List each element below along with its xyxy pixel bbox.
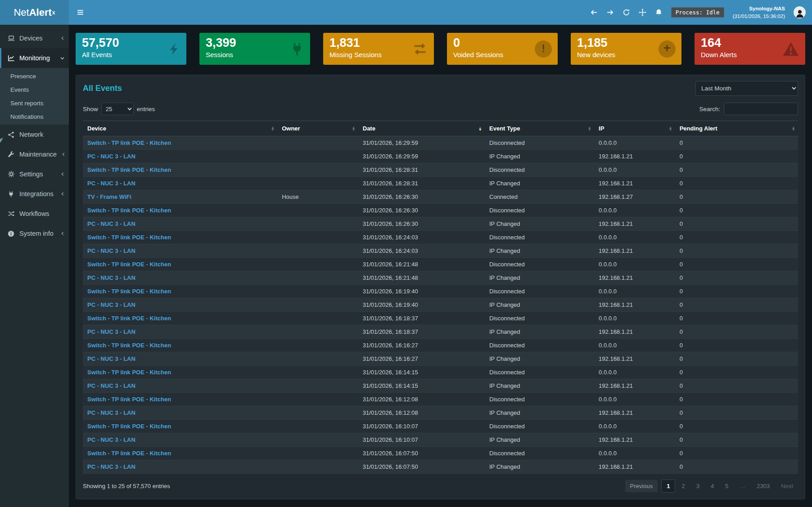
device-link[interactable]: Switch - TP link POE - Kitchen <box>87 315 171 322</box>
cell-owner <box>277 163 358 177</box>
device-link[interactable]: PC - NUC 3 - LAN <box>87 153 135 160</box>
brand-sup: x <box>52 9 55 16</box>
cell-date: 31/01/2026, 16:19:40 <box>358 285 485 298</box>
device-link[interactable]: Switch - TP link POE - Kitchen <box>87 423 171 430</box>
cell-device: Switch - TP link POE - Kitchen <box>83 285 277 298</box>
device-link[interactable]: Switch - TP link POE - Kitchen <box>87 450 171 457</box>
cell-device: PC - NUC 3 - LAN <box>83 177 277 190</box>
cell-date: 31/01/2026, 16:29:59 <box>358 136 485 150</box>
pagination-page-4[interactable]: 4 <box>706 480 719 492</box>
column-header-event-type[interactable]: Event Type▴▾ <box>485 121 594 136</box>
cell-owner <box>277 447 358 460</box>
avatar[interactable] <box>794 6 806 18</box>
sidebar-item-integrations[interactable]: Integrations <box>0 184 69 204</box>
sidebar-item-label: Integrations <box>19 190 56 197</box>
sidebar-item-devices[interactable]: Devices <box>0 28 69 48</box>
column-header-owner[interactable]: Owner▴▾ <box>277 121 358 136</box>
column-header-date[interactable]: Date▴▾ <box>358 121 485 136</box>
card-missing-sessions[interactable]: 1,831 Missing Sessions <box>323 33 434 65</box>
cell-device: Switch - TP link POE - Kitchen <box>83 366 277 379</box>
pagination-page-1[interactable]: 1 <box>661 480 675 493</box>
card-label: Sessions <box>206 51 304 58</box>
device-link[interactable]: PC - NUC 3 - LAN <box>87 247 135 254</box>
table-row: Switch - TP link POE - Kitchen31/01/2026… <box>83 312 798 325</box>
cell-pending-alert: 0 <box>675 298 798 312</box>
device-link[interactable]: PC - NUC 3 - LAN <box>87 274 135 281</box>
device-link[interactable]: Switch - TP link POE - Kitchen <box>87 369 171 376</box>
app-logo[interactable]: NetAlertx <box>0 0 69 25</box>
cell-event-type: Disconnected <box>485 285 594 298</box>
cell-event-type: Disconnected <box>485 339 594 352</box>
navbar: Process: Idle Synology-NAS (31/01/2026, … <box>69 0 812 25</box>
device-link[interactable]: PC - NUC 3 - LAN <box>87 382 135 389</box>
back-arrow-icon[interactable] <box>590 9 598 16</box>
column-header-ip[interactable]: IP▴▾ <box>594 121 675 136</box>
top-header: NetAlertx Process: Idle <box>0 0 812 25</box>
page-length-select[interactable]: 25 <box>101 103 134 115</box>
card-down-alerts[interactable]: 164 Down Alerts <box>695 33 805 65</box>
device-link[interactable]: PC - NUC 3 - LAN <box>87 463 135 470</box>
cell-date: 31/01/2026, 16:28:31 <box>358 177 485 190</box>
pagination-page-3[interactable]: 3 <box>691 480 704 492</box>
column-header-pending-alert[interactable]: Pending Alert▴▾ <box>675 121 798 136</box>
device-link[interactable]: Switch - TP link POE - Kitchen <box>87 166 171 173</box>
sidebar-subitem-presence[interactable]: Presence <box>0 69 69 83</box>
device-link[interactable]: Switch - TP link POE - Kitchen <box>87 234 171 241</box>
refresh-icon[interactable] <box>623 9 630 16</box>
device-link[interactable]: Switch - TP link POE - Kitchen <box>87 207 171 214</box>
pagination-previous[interactable]: Previous <box>625 480 658 492</box>
table-header-row: Device▴▾ Owner▴▾ Date▴▾ Event Type▴▾ IP▴… <box>83 121 798 136</box>
sidebar-subitem-events[interactable]: Events <box>0 83 69 96</box>
sidebar-item-settings[interactable]: Settings <box>0 164 69 184</box>
device-link[interactable]: Switch - TP link POE - Kitchen <box>87 261 171 268</box>
device-link[interactable]: Switch - TP link POE - Kitchen <box>87 342 171 349</box>
device-link[interactable]: PC - NUC 3 - LAN <box>87 436 135 443</box>
pagination-next[interactable]: Next <box>776 480 798 492</box>
forward-arrow-icon[interactable] <box>606 9 614 16</box>
cell-date: 31/01/2026, 16:18:37 <box>358 325 485 339</box>
search-input[interactable] <box>724 103 798 115</box>
device-link[interactable]: PC - NUC 3 - LAN <box>87 328 135 335</box>
sidebar-item-maintenance[interactable]: Maintenance <box>0 144 69 164</box>
device-link[interactable]: PC - NUC 3 - LAN <box>87 409 135 416</box>
card-sessions[interactable]: 3,399 Sessions <box>199 33 310 65</box>
sort-icon: ▴▾ <box>272 126 274 130</box>
cell-event-type: IP Changed <box>485 433 594 447</box>
sort-icon: ▴▾ <box>669 126 672 130</box>
cell-device: PC - NUC 3 - LAN <box>83 379 277 393</box>
pagination-page-2[interactable]: 2 <box>677 480 690 492</box>
table-row: PC - NUC 3 - LAN31/01/2026, 16:24:03IP C… <box>83 244 798 258</box>
device-link[interactable]: PC - NUC 3 - LAN <box>87 301 135 308</box>
device-link[interactable]: PC - NUC 3 - LAN <box>87 220 135 227</box>
device-link[interactable]: TV - Frame WiFi <box>87 193 131 200</box>
card-voided-sessions[interactable]: 0 Voided Sessions ! <box>447 33 558 65</box>
card-new-devices[interactable]: 1,185 New devices + <box>571 33 681 65</box>
cell-pending-alert: 0 <box>675 244 798 258</box>
gear-icon <box>7 170 15 178</box>
bell-icon[interactable] <box>655 9 663 16</box>
move-icon[interactable] <box>639 9 646 16</box>
device-link[interactable]: Switch - TP link POE - Kitchen <box>87 396 171 403</box>
pagination-page-last[interactable]: 2303 <box>752 480 775 492</box>
device-link[interactable]: Switch - TP link POE - Kitchen <box>87 288 171 295</box>
cell-event-type: IP Changed <box>485 460 594 474</box>
sidebar-item-workflows[interactable]: Workflows <box>0 204 69 224</box>
cell-owner <box>277 420 358 433</box>
sidebar-subitem-sent-reports[interactable]: Sent reports <box>0 96 69 110</box>
card-value: 3,399 <box>206 36 304 50</box>
sidebar-subitem-notifications[interactable]: Notifications <box>0 110 69 123</box>
device-link[interactable]: Switch - TP link POE - Kitchen <box>87 139 171 146</box>
column-header-device[interactable]: Device▴▾ <box>83 121 277 136</box>
sidebar-item-monitoring[interactable]: Monitoring <box>0 48 69 68</box>
sidebar-item-system-info[interactable]: System info <box>0 224 69 243</box>
cell-owner <box>277 339 358 352</box>
sidebar-toggle-button[interactable] <box>69 0 91 25</box>
device-link[interactable]: PC - NUC 3 - LAN <box>87 180 135 187</box>
period-select[interactable]: Last Month <box>695 81 798 96</box>
sidebar-item-network[interactable]: Network <box>0 125 69 144</box>
sidebar-item-label: Maintenance <box>19 151 57 158</box>
card-all-events[interactable]: 57,570 All Events <box>76 33 186 65</box>
cell-ip: 192.168.1.21 <box>594 406 675 420</box>
device-link[interactable]: PC - NUC 3 - LAN <box>87 355 135 362</box>
pagination-page-5[interactable]: 5 <box>720 480 733 492</box>
